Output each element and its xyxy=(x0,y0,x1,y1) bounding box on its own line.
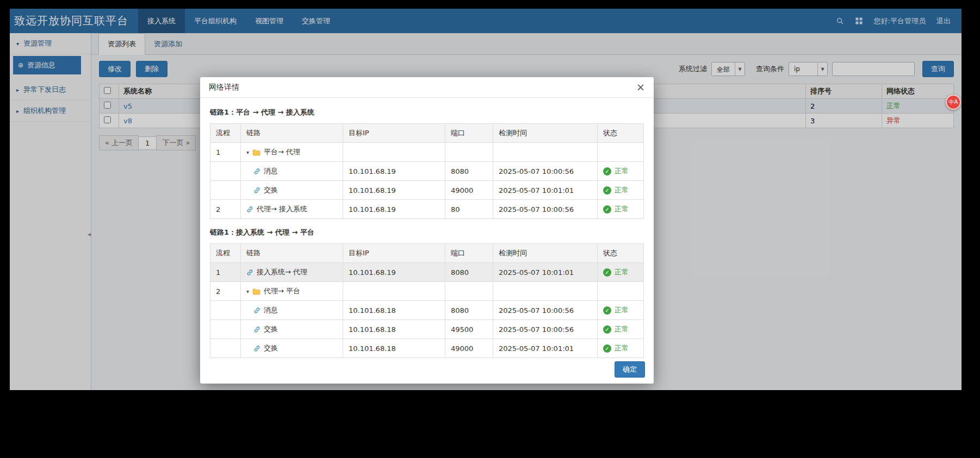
link-icon xyxy=(246,206,253,213)
link-icon xyxy=(246,269,253,276)
col-process: 流程 xyxy=(210,244,241,263)
app-window: 致远开放协同互联平台 接入系统 平台组织机构 视图管理 交换管理 您好:平台管理… xyxy=(10,9,962,390)
tree-node[interactable]: 消息 xyxy=(246,305,337,315)
step-cell xyxy=(210,162,241,181)
link-table-1: 流程 链路 目标IP 端口 检测时间 状态 1 xyxy=(210,123,644,219)
tree-node[interactable]: 交换 xyxy=(246,324,337,334)
time-cell: 2025-05-07 10:01:01 xyxy=(493,181,598,200)
translate-badge[interactable]: 中A xyxy=(946,95,961,110)
status-cell xyxy=(598,282,644,301)
port-cell: 8080 xyxy=(445,162,493,181)
check-icon: ✓ xyxy=(603,186,611,195)
link-section-heading: 链路1：接入系统 → 代理 → 平台 xyxy=(210,228,644,237)
link-label: 代理→ 平台 xyxy=(264,286,300,296)
time-cell: 2025-05-07 10:00:56 xyxy=(493,162,598,181)
status-label: 正常 xyxy=(615,267,629,277)
time-cell: 2025-05-07 10:01:01 xyxy=(493,263,598,282)
link-cell: 代理→ 接入系统 xyxy=(241,200,343,219)
link-icon xyxy=(253,345,260,352)
time-cell: 2025-05-07 10:01:01 xyxy=(493,339,598,358)
ip-cell: 10.101.68.19 xyxy=(343,263,445,282)
port-cell: 49000 xyxy=(445,181,493,200)
tree-node[interactable]: 交换 xyxy=(246,343,337,353)
folder-icon xyxy=(252,288,260,295)
ip-cell: 10.101.68.19 xyxy=(343,162,445,181)
ip-cell: 10.101.68.18 xyxy=(343,339,445,358)
col-process: 流程 xyxy=(210,124,241,143)
ip-cell xyxy=(343,143,445,162)
link-icon xyxy=(253,187,260,194)
link-cell: 消息 xyxy=(241,301,343,320)
link-label: 交换 xyxy=(264,324,278,334)
tree-node[interactable]: 消息 xyxy=(246,166,337,176)
step-cell: 1 xyxy=(210,263,241,282)
network-detail-modal: 网络详情 × 链路1：平台 → 代理 → 接入系统 流程 链路 目标IP 端口 … xyxy=(200,77,654,384)
table-row: 2 代理→ 接入系统 10.101.68.19 80 2025-05-07 10… xyxy=(210,200,644,219)
link-table-2: 流程 链路 目标IP 端口 检测时间 状态 1 xyxy=(210,243,644,358)
time-cell: 2025-05-07 10:00:56 xyxy=(493,320,598,339)
port-cell xyxy=(445,143,493,162)
table-row: 1 ▾ 平台→ 代理 xyxy=(210,143,644,162)
tree-node[interactable]: 接入系统→ 代理 xyxy=(246,267,337,277)
link-label: 交换 xyxy=(264,185,278,195)
status-cell: ✓ 正常 xyxy=(598,263,644,282)
link-label: 消息 xyxy=(264,166,278,176)
table-row: 交换 10.101.68.18 49500 2025-05-07 10:00:5… xyxy=(210,320,644,339)
status-cell: ✓ 正常 xyxy=(598,162,644,181)
status-label: 正常 xyxy=(615,324,629,334)
check-icon: ✓ xyxy=(603,167,611,175)
status-cell: ✓ 正常 xyxy=(598,181,644,200)
port-cell: 49500 xyxy=(445,320,493,339)
tree-node[interactable]: 代理→ 接入系统 xyxy=(246,204,337,214)
col-status: 状态 xyxy=(598,244,644,263)
caret-down-icon[interactable]: ▾ xyxy=(246,149,249,155)
tree-node[interactable]: ▾ 平台→ 代理 xyxy=(246,147,337,157)
port-cell: 80 xyxy=(445,200,493,219)
table-header-row: 流程 链路 目标IP 端口 检测时间 状态 xyxy=(210,244,644,263)
col-target-ip: 目标IP xyxy=(343,244,445,263)
check-icon: ✓ xyxy=(603,268,611,277)
check-icon: ✓ xyxy=(603,325,611,334)
caret-down-icon[interactable]: ▾ xyxy=(246,288,249,294)
step-cell xyxy=(210,301,241,320)
col-check-time: 检测时间 xyxy=(493,124,598,143)
table-row: 2 ▾ 代理→ 平台 xyxy=(210,282,644,301)
link-cell: ▾ 平台→ 代理 xyxy=(241,143,343,162)
check-icon: ✓ xyxy=(603,205,611,214)
status-label: 正常 xyxy=(615,343,629,353)
check-icon: ✓ xyxy=(603,306,611,315)
col-link: 链路 xyxy=(241,244,343,263)
modal-header: 网络详情 × xyxy=(200,77,654,98)
tree-node[interactable]: ▾ 代理→ 平台 xyxy=(246,286,337,296)
link-cell: 接入系统→ 代理 xyxy=(241,263,343,282)
link-icon xyxy=(253,326,260,333)
port-cell: 49000 xyxy=(445,339,493,358)
status-cell: ✓ 正常 xyxy=(598,339,644,358)
port-cell: 8080 xyxy=(445,301,493,320)
col-status: 状态 xyxy=(598,124,644,143)
time-cell xyxy=(493,143,598,162)
link-cell: 交换 xyxy=(241,181,343,200)
status-ok: ✓ 正常 xyxy=(603,267,638,277)
table-row: 交换 10.101.68.19 49000 2025-05-07 10:01:0… xyxy=(210,181,644,200)
table-row: 消息 10.101.68.18 8080 2025-05-07 10:00:56… xyxy=(210,301,644,320)
status-label: 正常 xyxy=(615,305,629,315)
link-cell: 交换 xyxy=(241,320,343,339)
link-label: 消息 xyxy=(264,305,278,315)
step-cell xyxy=(210,339,241,358)
status-cell xyxy=(598,143,644,162)
screen: 致远开放协同互联平台 接入系统 平台组织机构 视图管理 交换管理 您好:平台管理… xyxy=(0,0,980,458)
tree-node[interactable]: 交换 xyxy=(246,185,337,195)
status-ok: ✓ 正常 xyxy=(603,185,638,195)
ip-cell: 10.101.68.18 xyxy=(343,301,445,320)
ok-button[interactable]: 确定 xyxy=(615,361,645,378)
close-icon[interactable]: × xyxy=(636,82,645,92)
link-icon xyxy=(253,168,260,175)
status-ok: ✓ 正常 xyxy=(603,204,638,214)
table-row: 1 接入系统→ 代理 10.101.68.19 8080 2025-05-07 … xyxy=(210,263,644,282)
port-cell: 8080 xyxy=(445,263,493,282)
status-cell: ✓ 正常 xyxy=(598,320,644,339)
ip-cell xyxy=(343,282,445,301)
link-cell: 交换 xyxy=(241,339,343,358)
step-cell: 2 xyxy=(210,282,241,301)
